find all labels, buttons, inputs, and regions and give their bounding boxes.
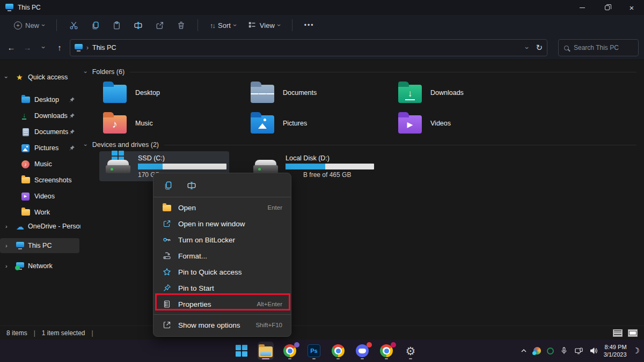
sidebar-item-downloads[interactable]: ↓ Downloads [0,108,79,123]
this-pc-icon [5,4,13,11]
clock-time: 8:49 PM [605,344,627,350]
menu-item-format[interactable]: Format... [153,248,291,264]
menu-item-open-new-window[interactable]: Open in new window [153,216,291,232]
taskbar-discord[interactable] [354,342,370,360]
new-button[interactable]: + New › [10,19,49,32]
back-button[interactable]: ← [3,40,19,56]
breadcrumb-this-pc[interactable]: This PC [92,44,116,51]
devices-section-header[interactable]: › Devices and drives (2) [85,141,636,149]
folder-tile-pictures[interactable]: Pictures [243,109,384,138]
refresh-icon[interactable]: ↻ [536,43,543,53]
chevron-right-icon[interactable]: › [5,223,8,230]
taskbar: Ps ⚙ [0,339,644,362]
minimize-button[interactable] [570,0,595,15]
folders-section-header[interactable]: › Folders (6) [85,68,636,76]
pin-icon [69,129,75,135]
sidebar-item-screenshots[interactable]: Screenshots [0,173,79,188]
do-not-disturb-moon-icon[interactable]: ☽ [633,346,640,356]
tray-status-icon[interactable] [547,348,554,354]
sidebar-item-onedrive[interactable]: › ☁ OneDrive - Personal [0,219,79,234]
tray-overflow-button[interactable] [520,347,528,354]
folder-tile-documents[interactable]: Documents [243,78,384,107]
sidebar-item-work[interactable]: Work [0,205,79,220]
trash-icon [177,21,186,30]
sidebar-item-network[interactable]: › Network [0,258,79,274]
sidebar-item-this-pc[interactable]: › This PC [0,238,79,253]
rename-button[interactable] [129,17,147,33]
clock-date: 3/1/2023 [604,351,627,358]
taskbar-chrome-3[interactable] [378,342,394,360]
folder-tile-desktop[interactable]: Desktop [96,78,236,107]
cut-button[interactable] [64,17,83,33]
taskbar-chrome-1[interactable] [282,342,298,360]
menu-item-show-more-options[interactable]: Show more options Shift+F10 [153,317,291,333]
microphone-icon[interactable] [560,346,568,355]
folder-tile-music[interactable]: ♪ Music [96,109,236,138]
chevron-right-icon[interactable]: › [5,242,8,249]
search-box[interactable]: Search This PC [558,39,639,56]
view-icon [248,21,257,29]
sidebar-item-quick-access[interactable]: › ★ Quick access [0,70,79,85]
share-button[interactable] [150,17,169,33]
videos-icon: ▶ [21,193,30,201]
pictures-folder-icon [251,115,274,134]
start-button[interactable] [233,342,250,360]
copy-button[interactable] [86,17,104,33]
rename-icon[interactable] [187,181,196,190]
title-bar: This PC [0,0,644,15]
forward-button[interactable]: → [19,40,35,56]
sidebar-item-music[interactable]: ♪ Music [0,157,79,172]
copy-icon[interactable] [163,181,173,190]
see-more-button[interactable]: ••• [300,19,319,32]
chevron-down-icon[interactable]: › [83,71,89,73]
folder-icon [21,209,30,216]
folder-tile-videos[interactable]: ▶ Videos [391,109,531,138]
running-indicator [361,358,364,360]
paste-button[interactable] [107,17,126,33]
navigation-pane: › ★ Quick access Desktop ↓ Downloads Doc… [0,60,80,326]
pin-icon [69,97,75,103]
menu-item-pin-quick-access[interactable]: Pin to Quick access [153,264,291,280]
chevron-down-icon[interactable]: › [3,76,10,78]
cast-device-icon[interactable] [574,346,583,355]
taskbar-photoshop[interactable]: Ps [306,342,322,360]
tray-widgets-icon[interactable] [533,347,541,354]
menu-item-pin-start[interactable]: Pin to Start [153,280,291,296]
view-button-label: View [260,21,275,29]
up-button[interactable]: ↑ [52,40,68,56]
drive-usage-fill [286,164,325,169]
delete-button[interactable] [172,17,190,33]
close-button[interactable]: × [619,0,644,15]
view-button[interactable]: View › [244,18,284,32]
menu-item-properties[interactable]: Properties Alt+Enter [153,296,291,312]
folder-tile-downloads[interactable]: ↓ Downloads [391,78,531,107]
chevron-down-icon[interactable]: › [83,144,89,146]
menu-item-bitlocker[interactable]: Turn on BitLocker [153,232,291,248]
restore-button[interactable] [595,0,619,15]
ellipsis-icon: ••• [304,21,314,29]
address-dropdown-icon[interactable]: › [524,47,531,49]
sidebar-item-desktop[interactable]: Desktop [0,92,79,107]
show-more-icon [163,321,171,329]
section-divider [164,145,636,145]
sidebar-item-documents[interactable]: Documents [0,124,79,139]
taskbar-chrome-2[interactable] [330,342,346,360]
menu-item-open[interactable]: Open Enter [153,200,291,216]
running-indicator [409,358,412,360]
sidebar-item-pictures[interactable]: Pictures [0,141,79,156]
chevron-right-icon[interactable]: › [5,263,8,269]
volume-icon[interactable] [589,346,598,355]
address-bar[interactable]: › This PC › ↻ [70,39,547,56]
taskbar-settings[interactable]: ⚙ [402,342,419,360]
large-icons-view-button[interactable] [628,329,638,337]
sort-button[interactable]: ↑↓ Sort › [206,19,240,32]
share-icon [155,21,164,30]
pin-icon [69,113,75,119]
devices-header-label: Devices and drives (2) [92,141,159,149]
sidebar-item-videos[interactable]: ▶ Videos [0,189,79,204]
recent-locations-button[interactable]: › [35,40,52,56]
taskbar-file-explorer[interactable] [258,342,274,360]
taskbar-clock[interactable]: 8:49 PM 3/1/2023 [604,343,627,358]
details-view-button[interactable] [613,329,623,337]
drive-name: Local Disk (D:) [286,154,374,162]
